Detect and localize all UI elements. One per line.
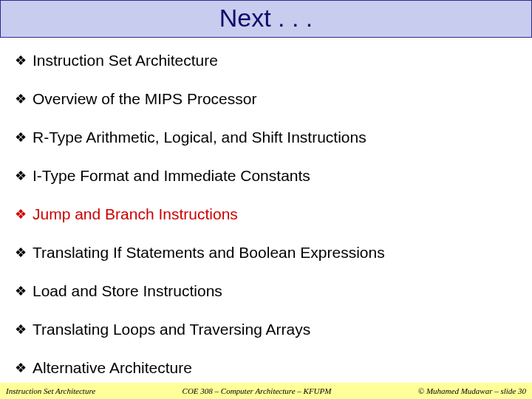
item-text: Alternative Architecture	[33, 358, 192, 378]
list-item: ❖ Instruction Set Architecture	[15, 51, 517, 70]
footer-center: COE 308 – Computer Architecture – KFUPM	[95, 386, 418, 395]
diamond-bullet-icon: ❖	[15, 128, 27, 147]
item-text: Overview of the MIPS Processor	[33, 89, 256, 109]
diamond-bullet-icon: ❖	[15, 205, 27, 224]
list-item: ❖ R-Type Arithmetic, Logical, and Shift …	[15, 128, 517, 147]
diamond-bullet-icon: ❖	[15, 89, 27, 109]
list-item: ❖ Translating If Statements and Boolean …	[15, 243, 517, 262]
footer-right: © Muhamed Mudawar – slide 30	[418, 386, 532, 395]
item-text: R-Type Arithmetic, Logical, and Shift In…	[33, 128, 366, 147]
diamond-bullet-icon: ❖	[15, 282, 27, 301]
slide-title: Next . . .	[219, 4, 313, 32]
title-bar: Next . . .	[0, 0, 532, 38]
list-item: ❖ Load and Store Instructions	[15, 282, 517, 301]
item-text: Jump and Branch Instructions	[33, 205, 238, 224]
diamond-bullet-icon: ❖	[15, 166, 27, 185]
footer-left: Instruction Set Architecture	[0, 386, 95, 395]
outline-list: ❖ Instruction Set Architecture ❖ Overvie…	[0, 38, 532, 378]
list-item: ❖ Overview of the MIPS Processor	[15, 89, 517, 109]
item-text: Instruction Set Architecture	[33, 51, 218, 70]
list-item: ❖ Alternative Architecture	[15, 358, 517, 378]
list-item: ❖ Translating Loops and Traversing Array…	[15, 320, 517, 339]
diamond-bullet-icon: ❖	[15, 243, 27, 262]
item-text: Translating If Statements and Boolean Ex…	[33, 243, 385, 262]
diamond-bullet-icon: ❖	[15, 358, 27, 378]
footer-bar: Instruction Set Architecture COE 308 – C…	[0, 383, 532, 399]
diamond-bullet-icon: ❖	[15, 51, 27, 70]
list-item: ❖ I-Type Format and Immediate Constants	[15, 166, 517, 185]
item-text: Translating Loops and Traversing Arrays	[33, 320, 310, 339]
item-text: Load and Store Instructions	[33, 282, 222, 301]
diamond-bullet-icon: ❖	[15, 320, 27, 339]
list-item: ❖ Jump and Branch Instructions	[15, 205, 517, 224]
item-text: I-Type Format and Immediate Constants	[33, 166, 310, 185]
